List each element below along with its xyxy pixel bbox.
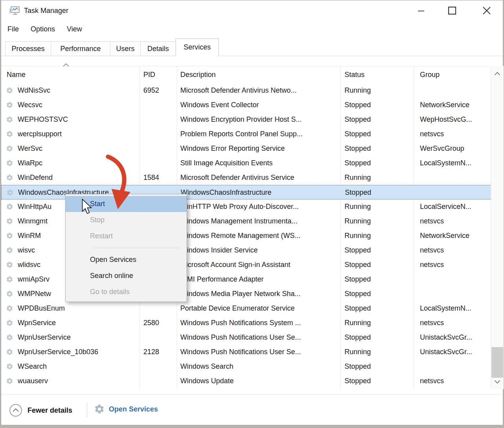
service-name: Wecsvc (18, 98, 42, 112)
scroll-down-button[interactable] (491, 377, 504, 387)
gear-icon (6, 174, 13, 181)
service-group: WepHostSvcG... (420, 112, 472, 127)
service-status: Stopped (345, 258, 371, 272)
menu-item-restart: Restart (66, 228, 187, 244)
menu-bar: File Options View (1, 21, 503, 37)
service-name: WEPHOSTSVC (18, 112, 68, 127)
service-status: Running (345, 170, 371, 185)
service-row-WPDBusEnum[interactable]: WPDBusEnumPortable Device Enumerator Ser… (1, 301, 491, 316)
gear-icon (6, 276, 13, 283)
gear-icon (6, 363, 13, 370)
service-description: WinHTTP Web Proxy Auto-Discover... (180, 199, 299, 214)
service-status: Stopped (345, 301, 371, 316)
sort-ascending-icon (62, 63, 70, 67)
service-row-WpnUserService[interactable]: WpnUserServiceWindows Push Notifications… (1, 330, 491, 345)
service-status: Stopped (345, 272, 371, 287)
scroll-up-button[interactable] (491, 68, 504, 79)
gear-icon (6, 348, 13, 356)
column-header-description[interactable]: Description (180, 66, 216, 83)
service-description: WMI Performance Adapter (180, 272, 264, 287)
column-header-pid[interactable]: PID (143, 66, 155, 83)
service-row-WEPHOSTSVC[interactable]: WEPHOSTSVCWindows Encryption Provider Ho… (1, 112, 491, 127)
maximize-button[interactable] (440, 0, 464, 21)
close-button[interactable] (475, 0, 499, 21)
scrollbar-thumb[interactable] (491, 347, 503, 378)
service-status: Stopped (345, 243, 371, 258)
service-row-WSearch[interactable]: WSearchWindows SearchStopped (1, 359, 491, 374)
service-name: WpnService (18, 316, 56, 330)
service-name: wlidsvc (18, 258, 40, 272)
service-description: Problem Reports Control Panel Supp... (180, 127, 302, 141)
service-group: netsvcs (420, 374, 444, 388)
service-row-wercplsupport[interactable]: wercplsupportProblem Reports Control Pan… (1, 127, 491, 141)
menu-item-start[interactable]: Start (66, 196, 187, 212)
service-description: Windows Remote Management (WS... (180, 229, 301, 243)
service-pid: 6952 (143, 83, 159, 98)
menu-file[interactable]: File (7, 25, 19, 33)
service-row-WinDefend[interactable]: WinDefend1584Microsoft Defender Antiviru… (1, 170, 491, 185)
task-manager-window: Task Manager File Options View Processes… (1, 0, 503, 425)
service-description: Windows Push Notifications User Se... (180, 345, 301, 359)
menu-item-stop: Stop (66, 212, 187, 228)
gear-icon (6, 130, 13, 138)
service-row-wuauserv[interactable]: wuauservWindows UpdateStoppednetsvcs (1, 374, 491, 388)
menu-item-go-to-details: Go to details (66, 284, 187, 300)
service-status: Stopped (345, 359, 371, 374)
column-header-group[interactable]: Group (420, 66, 440, 83)
service-group: netsvcs (420, 316, 444, 330)
service-row-WpnService[interactable]: WpnService2580Windows Push Notifications… (1, 316, 491, 330)
service-status: Running (345, 229, 371, 243)
service-description: Windows Encryption Provider Host S... (180, 112, 302, 127)
tab-users[interactable]: Users (110, 41, 141, 56)
service-pid: 2580 (143, 316, 159, 330)
menu-separator (93, 248, 180, 248)
gear-icon (6, 334, 13, 341)
service-name: wercplsupport (18, 127, 62, 141)
service-status: Stopped (345, 127, 371, 141)
service-status: Stopped (345, 112, 371, 127)
service-group: netsvcs (420, 258, 444, 272)
service-status: Running (345, 199, 371, 214)
menu-options[interactable]: Options (31, 25, 55, 33)
footer-bar: Fewer details Open Services (1, 395, 503, 425)
open-services-link[interactable]: Open Services (94, 404, 158, 415)
service-row-WiaRpc[interactable]: WiaRpcStill Image Acquisition EventsStop… (1, 156, 491, 170)
minimize-button[interactable] (409, 0, 433, 21)
context-menu: StartStopRestartOpen ServicesSearch onli… (65, 194, 187, 302)
menu-item-open-services[interactable]: Open Services (66, 252, 187, 268)
service-group: netsvcs (420, 243, 444, 258)
service-status: Stopped (345, 374, 371, 388)
menu-item-search-online[interactable]: Search online (66, 268, 187, 284)
column-header-status[interactable]: Status (345, 66, 365, 83)
service-row-WerSvc[interactable]: WerSvcWindows Error Reporting ServiceSto… (1, 141, 491, 156)
service-group: UnistackSvcGr... (420, 345, 472, 359)
service-pid: 2128 (143, 345, 159, 359)
service-row-Wecsvc[interactable]: WecsvcWindows Event CollectorStoppedNetw… (1, 98, 491, 112)
vertical-scrollbar[interactable] (491, 66, 504, 389)
gear-icon (94, 404, 105, 415)
service-row-WpnUserService_10b036[interactable]: WpnUserService_10b0362128Windows Push No… (1, 345, 491, 359)
service-name: WSearch (18, 359, 47, 374)
fewer-details-button[interactable]: Fewer details (9, 404, 72, 417)
tab-services[interactable]: Services (176, 38, 219, 56)
gear-icon (6, 290, 13, 298)
tab-performance[interactable]: Performance (51, 41, 110, 56)
service-status: Stopped (345, 330, 371, 345)
task-manager-app-icon (9, 5, 20, 16)
service-group: NetworkService (420, 229, 469, 243)
column-header-name[interactable]: Name (7, 66, 26, 83)
window-title: Task Manager (24, 0, 68, 21)
service-group: WerSvcGroup (420, 141, 464, 156)
tab-details[interactable]: Details (140, 41, 176, 56)
gear-icon (6, 145, 13, 152)
chevron-up-circle-icon (9, 404, 22, 417)
service-group: UnistackSvcGr... (420, 330, 472, 345)
menu-view[interactable]: View (67, 25, 82, 33)
service-name: wuauserv (18, 374, 48, 388)
tab-processes[interactable]: Processes (5, 41, 51, 56)
service-row-WdNisSvc[interactable]: WdNisSvc6952Microsoft Defender Antivirus… (1, 83, 491, 98)
service-description: Windows Error Reporting Service (180, 141, 285, 156)
service-name: WinHttpAu (18, 199, 51, 214)
gear-icon (6, 101, 13, 109)
open-services-label: Open Services (109, 405, 158, 413)
